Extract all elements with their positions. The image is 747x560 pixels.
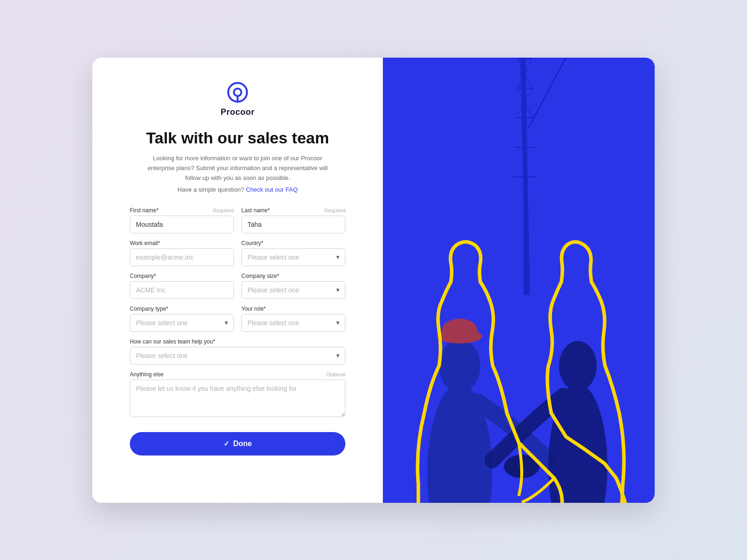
procoor-logo-icon	[225, 80, 250, 105]
last-name-required: Required	[324, 208, 345, 213]
work-email-input[interactable]	[130, 248, 234, 266]
work-email-label: Work email*	[130, 240, 160, 246]
company-type-label: Company type*	[130, 306, 168, 312]
first-name-required: Required	[213, 208, 234, 213]
how-can-help-select[interactable]: Please select one Pricing info Request a…	[130, 347, 345, 365]
right-panel	[383, 58, 655, 503]
company-size-field: Company size* Please select one 1–10 11–…	[241, 273, 345, 299]
svg-point-19	[439, 339, 480, 392]
work-email-label-row: Work email*	[130, 240, 234, 246]
company-size-select[interactable]: Please select one 1–10 11–50 51–200 201–…	[241, 281, 345, 299]
company-label: Company*	[130, 273, 156, 279]
faq-link[interactable]: Check out our FAQ	[246, 186, 298, 193]
country-field: Country* Please select one United States…	[241, 240, 345, 266]
company-type-label-row: Company type*	[130, 306, 234, 312]
company-input[interactable]	[130, 281, 234, 299]
how-can-help-select-wrapper: Please select one Pricing info Request a…	[130, 347, 345, 365]
scene-illustration	[383, 58, 655, 503]
country-select[interactable]: Please select one United States United K…	[241, 248, 345, 266]
first-name-input[interactable]	[130, 216, 234, 233]
page-title: Talk with our sales team	[146, 128, 329, 148]
anything-else-textarea-wrapper	[130, 380, 345, 419]
main-card: Procoor Talk with our sales team Looking…	[92, 58, 655, 503]
left-panel: Procoor Talk with our sales team Looking…	[92, 58, 383, 503]
company-type-select-wrapper: Please select one General Contractor Sub…	[130, 314, 234, 332]
your-role-label: Your role*	[241, 306, 266, 312]
company-size-label: Company size*	[241, 273, 279, 279]
page-description: Looking for more information or want to …	[139, 154, 336, 183]
name-row: First name* Required Last name* Required	[130, 207, 345, 233]
company-size-label-row: Company size*	[241, 273, 345, 279]
help-row: How can our sales team help you* Please …	[130, 338, 345, 365]
last-name-input[interactable]	[241, 216, 345, 233]
company-label-row: Company*	[130, 273, 234, 279]
anything-else-label: Anything else	[130, 371, 164, 378]
first-name-label: First name*	[130, 207, 158, 214]
last-name-label: Last name*	[241, 207, 270, 214]
email-country-row: Work email* Country* Please select one U…	[130, 240, 345, 266]
last-name-field: Last name* Required	[241, 207, 345, 233]
country-select-wrapper: Please select one United States United K…	[241, 248, 345, 266]
company-type-field: Company type* Please select one General …	[130, 306, 234, 332]
company-field: Company*	[130, 273, 234, 299]
logo-area: Procoor	[221, 80, 255, 117]
checkmark-icon: ✓	[224, 440, 230, 448]
how-can-help-label-row: How can our sales team help you*	[130, 338, 345, 345]
anything-else-textarea[interactable]	[130, 380, 345, 417]
country-label: Country*	[241, 240, 263, 246]
first-name-label-row: First name* Required	[130, 207, 234, 214]
anything-else-label-row: Anything else Optional	[130, 371, 345, 378]
logo-name: Procoor	[221, 107, 255, 117]
last-name-label-row: Last name* Required	[241, 207, 345, 214]
how-can-help-field: How can our sales team help you* Please …	[130, 338, 345, 365]
contact-form: First name* Required Last name* Required	[130, 207, 345, 419]
faq-line: Have a simple question? Check out our FA…	[178, 186, 298, 193]
type-role-row: Company type* Please select one General …	[130, 306, 345, 332]
your-role-select[interactable]: Please select one Project Manager Execut…	[241, 314, 345, 332]
faq-text: Have a simple question?	[178, 186, 244, 193]
how-can-help-label: How can our sales team help you*	[130, 338, 215, 345]
right-panel-background	[383, 58, 655, 503]
your-role-field: Your role* Please select one Project Man…	[241, 306, 345, 332]
company-size-select-wrapper: Please select one 1–10 11–50 51–200 201–…	[241, 281, 345, 299]
work-email-field: Work email*	[130, 240, 234, 266]
country-label-row: Country*	[241, 240, 345, 246]
anything-else-optional: Optional	[326, 372, 345, 377]
your-role-select-wrapper: Please select one Project Manager Execut…	[241, 314, 345, 332]
company-row: Company* Company size* Please select one…	[130, 273, 345, 299]
done-button-label: Done	[233, 440, 252, 448]
company-type-select[interactable]: Please select one General Contractor Sub…	[130, 314, 234, 332]
anything-else-row: Anything else Optional	[130, 371, 345, 419]
svg-point-21	[442, 318, 478, 342]
first-name-field: First name* Required	[130, 207, 234, 233]
done-button[interactable]: ✓ Done	[130, 432, 345, 455]
svg-point-1	[234, 89, 241, 96]
anything-else-field: Anything else Optional	[130, 371, 345, 419]
svg-point-23	[559, 341, 597, 390]
your-role-label-row: Your role*	[241, 306, 345, 312]
